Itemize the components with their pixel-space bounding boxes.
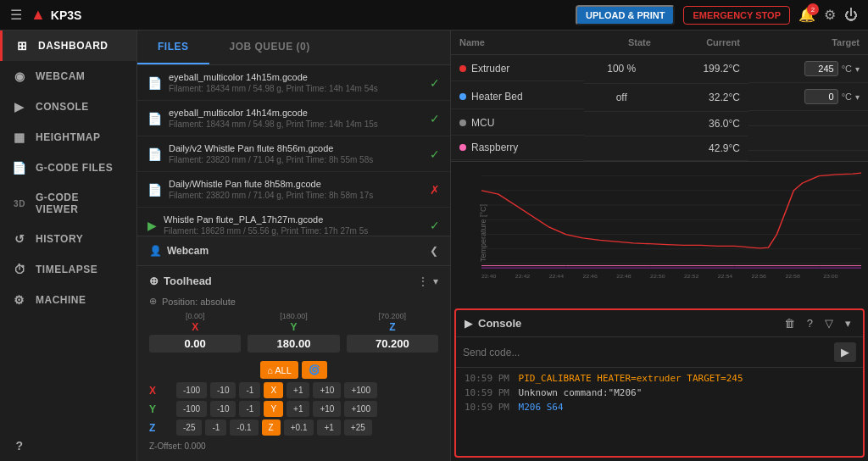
- row-raspberry-current: 42.9°C: [659, 136, 748, 160]
- jog-row-z: Z -25 -1 -0.1 Z +0.1 +1 +25: [149, 419, 438, 436]
- webcam-icon: 👤: [149, 245, 162, 257]
- jog-row-y: Y -100 -10 -1 Y +1 +10 +100: [149, 401, 438, 417]
- jog-x-pos100[interactable]: +100: [344, 382, 377, 398]
- console-header: ▶ Console 🗑 ? ▽ ▾: [456, 310, 863, 337]
- log-time-2: 10:59 PM: [465, 387, 509, 398]
- tab-files[interactable]: FILES: [137, 31, 209, 64]
- jog-z-neg25[interactable]: -25: [176, 419, 202, 436]
- all-home-row: ⌂ ALL 🌀: [137, 358, 450, 382]
- jog-z-pos1[interactable]: +1: [317, 419, 340, 436]
- toolhead-menu-icon[interactable]: ⋮: [418, 275, 428, 287]
- file-meta: Filament: 23820 mm / 71.04 g, Print Time…: [169, 191, 423, 200]
- chevron-left-icon: ❮: [430, 245, 438, 257]
- jog-row-x: X -100 -10 -1 X +1 +10 +100: [149, 382, 438, 398]
- row-mcu-state: [584, 111, 659, 136]
- jog-y-pos100[interactable]: +100: [344, 401, 377, 417]
- menu-icon[interactable]: ☰: [10, 7, 22, 23]
- sidebar-item-history-label: HISTORY: [36, 233, 83, 245]
- sidebar-item-dashboard[interactable]: ⊞ DASHBOARD: [0, 31, 136, 61]
- list-item[interactable]: 📄 Daily/v2 Whistle Pan flute 8h56m.gcode…: [137, 136, 450, 172]
- file-info: Daily/Whistle Pan flute 8h58m.gcode Fila…: [169, 179, 423, 200]
- all-home-button[interactable]: ⌂ ALL: [260, 361, 298, 379]
- app-title: KP3S: [51, 8, 82, 22]
- log-text-2: Unknown command:"M206": [519, 387, 643, 398]
- row-extruder-state: 100 %: [584, 55, 659, 84]
- jog-x-neg100[interactable]: -100: [176, 382, 207, 398]
- sidebar-item-timelapse[interactable]: ⏱ TIMELAPSE: [0, 254, 136, 285]
- sidebar-item-heightmap[interactable]: ▦ HEIGHTMAP: [0, 122, 136, 153]
- log-time-3: 10:59 PM: [465, 402, 509, 413]
- jog-y-neg100[interactable]: -100: [176, 401, 207, 417]
- emergency-stop-button[interactable]: EMERGENCY STOP: [683, 6, 790, 25]
- axis-z-value: 70.200: [347, 335, 438, 353]
- extruder-dot: [459, 65, 466, 72]
- list-item[interactable]: 📄 Daily/Whistle Pan flute 8h58m.gcode Fi…: [137, 172, 450, 208]
- list-item[interactable]: ▶ Whistle Pan flute_PLA_17h27m.gcode Fil…: [137, 208, 450, 236]
- svg-text:22:50: 22:50: [650, 273, 665, 278]
- jog-x-pos10[interactable]: +10: [313, 382, 341, 398]
- sidebar-item-gcode-viewer[interactable]: 3D G-CODE VIEWER: [0, 183, 136, 224]
- notifications-button[interactable]: 🔔 2: [798, 7, 815, 23]
- webcam-icon: ◉: [12, 69, 27, 83]
- table-row: Heater Bed off 32.2°C °C ▾: [451, 83, 868, 111]
- jog-y-neg1[interactable]: -1: [239, 401, 260, 417]
- log-line-1: 10:59 PM PID_CALIBRATE HEATER=extruder T…: [465, 373, 854, 384]
- list-item[interactable]: 📄 eyeball_multicolor 14h14m.gcode Filame…: [137, 101, 450, 136]
- console-collapse-button[interactable]: ▾: [842, 315, 854, 331]
- jog-z-label: Z: [149, 422, 173, 434]
- logo: ▲ KP3S: [31, 6, 81, 24]
- jog-z-neg01[interactable]: -0.1: [230, 419, 258, 436]
- jog-z-neg1[interactable]: -1: [205, 419, 226, 436]
- svg-text:23:00: 23:00: [823, 273, 838, 278]
- file-icon: 📄: [147, 147, 162, 161]
- console-send-button[interactable]: ▶: [834, 342, 856, 362]
- sidebar-item-machine[interactable]: ⚙ MACHINE: [0, 285, 136, 315]
- bed-unit: °C: [842, 92, 852, 102]
- file-meta: Filament: 18628 mm / 55.56 g, Print Time…: [164, 226, 423, 236]
- list-item[interactable]: 📄 eyeball_multicolor 14h15m.gcode Filame…: [137, 65, 450, 101]
- z-offset-label: Z-Offset: 0.000: [137, 438, 450, 454]
- sidebar-item-history[interactable]: ↺ HISTORY: [0, 224, 136, 254]
- jog-x-neg10[interactable]: -10: [210, 382, 236, 398]
- extruder-target-input[interactable]: [804, 61, 838, 76]
- extruder-dropdown-icon[interactable]: ▾: [855, 64, 860, 74]
- console-clear-button[interactable]: 🗑: [781, 315, 798, 331]
- console-filter-button[interactable]: ▽: [821, 315, 837, 331]
- bed-target-input[interactable]: [804, 89, 838, 104]
- console-input[interactable]: [463, 347, 829, 358]
- tab-job-queue[interactable]: JOB QUEUE (0): [209, 31, 331, 64]
- tabs: FILES JOB QUEUE (0): [137, 31, 450, 65]
- file-icon: 📄: [147, 183, 162, 197]
- logo-icon: ▲: [31, 6, 46, 24]
- sidebar-item-gcode-files[interactable]: 📄 G-CODE FILES: [0, 153, 136, 183]
- power-button[interactable]: ⏻: [844, 8, 858, 23]
- help-icon: ?: [12, 439, 27, 453]
- jog-x-neg1[interactable]: -1: [239, 382, 260, 398]
- settings-button[interactable]: ⚙: [824, 7, 836, 23]
- bed-dropdown-icon[interactable]: ▾: [855, 92, 860, 102]
- jog-y-pos1[interactable]: +1: [287, 401, 309, 417]
- svg-text:22:58: 22:58: [785, 273, 800, 278]
- console-help-button[interactable]: ?: [804, 315, 816, 331]
- axis-x-target: [0.00]: [186, 312, 205, 320]
- jog-x-pos1[interactable]: +1: [287, 382, 309, 398]
- jog-y-home[interactable]: Y: [264, 401, 283, 417]
- jog-z-pos01[interactable]: +0.1: [284, 419, 314, 436]
- jog-y-neg10[interactable]: -10: [210, 401, 236, 417]
- row-raspberry-target: [748, 138, 868, 151]
- jog-z-home[interactable]: Z: [262, 419, 281, 436]
- jog-y-pos10[interactable]: +10: [313, 401, 341, 417]
- sidebar-item-help[interactable]: ?: [0, 430, 136, 461]
- webcam-section[interactable]: 👤 Webcam ❮: [137, 236, 450, 265]
- sidebar-item-dashboard-label: DASHBOARD: [38, 40, 108, 52]
- jog-z-pos25[interactable]: +25: [344, 419, 372, 436]
- svg-text:22:56: 22:56: [752, 273, 767, 278]
- toolhead-expand-icon[interactable]: ▾: [433, 275, 438, 287]
- machine-icon: ⚙: [12, 293, 27, 307]
- sidebar-item-webcam[interactable]: ◉ WEBCAM: [0, 61, 136, 92]
- jog-x-home[interactable]: X: [264, 382, 283, 398]
- fan-off-button[interactable]: 🌀: [302, 361, 327, 379]
- sidebar-item-console[interactable]: ▶ CONSOLE: [0, 92, 136, 122]
- upload-print-button[interactable]: UPLOAD & PRINT: [576, 5, 676, 25]
- file-name: Daily/v2 Whistle Pan flute 8h56m.gcode: [169, 143, 423, 153]
